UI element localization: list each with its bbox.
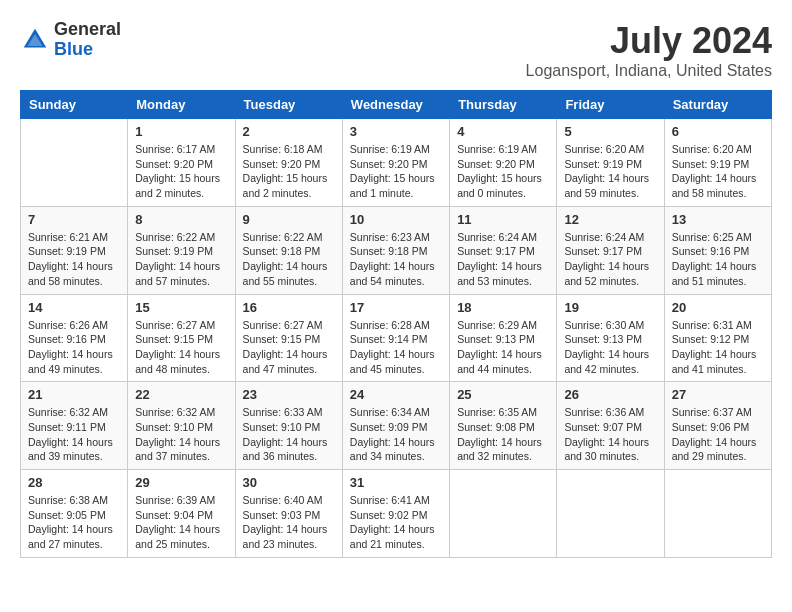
calendar-cell: 2Sunrise: 6:18 AMSunset: 9:20 PMDaylight…	[235, 119, 342, 207]
calendar-day-header: Tuesday	[235, 91, 342, 119]
day-info: Sunrise: 6:19 AMSunset: 9:20 PMDaylight:…	[457, 142, 549, 201]
day-info: Sunrise: 6:36 AMSunset: 9:07 PMDaylight:…	[564, 405, 656, 464]
day-info: Sunrise: 6:20 AMSunset: 9:19 PMDaylight:…	[672, 142, 764, 201]
calendar-cell: 24Sunrise: 6:34 AMSunset: 9:09 PMDayligh…	[342, 382, 449, 470]
calendar-day-header: Friday	[557, 91, 664, 119]
day-number: 7	[28, 212, 120, 227]
calendar-cell: 16Sunrise: 6:27 AMSunset: 9:15 PMDayligh…	[235, 294, 342, 382]
day-info: Sunrise: 6:40 AMSunset: 9:03 PMDaylight:…	[243, 493, 335, 552]
day-number: 1	[135, 124, 227, 139]
day-info: Sunrise: 6:29 AMSunset: 9:13 PMDaylight:…	[457, 318, 549, 377]
title-block: July 2024 Logansport, Indiana, United St…	[526, 20, 772, 80]
calendar-cell: 21Sunrise: 6:32 AMSunset: 9:11 PMDayligh…	[21, 382, 128, 470]
calendar-cell: 23Sunrise: 6:33 AMSunset: 9:10 PMDayligh…	[235, 382, 342, 470]
calendar-cell: 17Sunrise: 6:28 AMSunset: 9:14 PMDayligh…	[342, 294, 449, 382]
calendar-cell	[664, 470, 771, 558]
calendar-cell: 15Sunrise: 6:27 AMSunset: 9:15 PMDayligh…	[128, 294, 235, 382]
calendar-day-header: Sunday	[21, 91, 128, 119]
day-number: 5	[564, 124, 656, 139]
calendar-cell: 5Sunrise: 6:20 AMSunset: 9:19 PMDaylight…	[557, 119, 664, 207]
day-info: Sunrise: 6:37 AMSunset: 9:06 PMDaylight:…	[672, 405, 764, 464]
day-number: 4	[457, 124, 549, 139]
calendar-cell: 30Sunrise: 6:40 AMSunset: 9:03 PMDayligh…	[235, 470, 342, 558]
calendar-week-row: 1Sunrise: 6:17 AMSunset: 9:20 PMDaylight…	[21, 119, 772, 207]
calendar-cell: 14Sunrise: 6:26 AMSunset: 9:16 PMDayligh…	[21, 294, 128, 382]
day-info: Sunrise: 6:24 AMSunset: 9:17 PMDaylight:…	[564, 230, 656, 289]
day-info: Sunrise: 6:41 AMSunset: 9:02 PMDaylight:…	[350, 493, 442, 552]
day-number: 23	[243, 387, 335, 402]
day-number: 24	[350, 387, 442, 402]
logo-icon	[20, 25, 50, 55]
calendar-cell: 9Sunrise: 6:22 AMSunset: 9:18 PMDaylight…	[235, 206, 342, 294]
day-info: Sunrise: 6:34 AMSunset: 9:09 PMDaylight:…	[350, 405, 442, 464]
day-info: Sunrise: 6:23 AMSunset: 9:18 PMDaylight:…	[350, 230, 442, 289]
calendar-cell: 3Sunrise: 6:19 AMSunset: 9:20 PMDaylight…	[342, 119, 449, 207]
calendar-cell: 12Sunrise: 6:24 AMSunset: 9:17 PMDayligh…	[557, 206, 664, 294]
day-info: Sunrise: 6:17 AMSunset: 9:20 PMDaylight:…	[135, 142, 227, 201]
day-number: 11	[457, 212, 549, 227]
calendar-cell	[21, 119, 128, 207]
calendar-cell: 20Sunrise: 6:31 AMSunset: 9:12 PMDayligh…	[664, 294, 771, 382]
day-number: 2	[243, 124, 335, 139]
day-info: Sunrise: 6:18 AMSunset: 9:20 PMDaylight:…	[243, 142, 335, 201]
calendar-week-row: 14Sunrise: 6:26 AMSunset: 9:16 PMDayligh…	[21, 294, 772, 382]
day-number: 18	[457, 300, 549, 315]
calendar-day-header: Saturday	[664, 91, 771, 119]
calendar-cell: 1Sunrise: 6:17 AMSunset: 9:20 PMDaylight…	[128, 119, 235, 207]
logo: General Blue	[20, 20, 121, 60]
day-number: 3	[350, 124, 442, 139]
calendar-cell: 6Sunrise: 6:20 AMSunset: 9:19 PMDaylight…	[664, 119, 771, 207]
day-info: Sunrise: 6:22 AMSunset: 9:18 PMDaylight:…	[243, 230, 335, 289]
calendar-cell: 22Sunrise: 6:32 AMSunset: 9:10 PMDayligh…	[128, 382, 235, 470]
day-number: 17	[350, 300, 442, 315]
day-info: Sunrise: 6:21 AMSunset: 9:19 PMDaylight:…	[28, 230, 120, 289]
calendar-cell: 26Sunrise: 6:36 AMSunset: 9:07 PMDayligh…	[557, 382, 664, 470]
day-info: Sunrise: 6:27 AMSunset: 9:15 PMDaylight:…	[243, 318, 335, 377]
calendar-week-row: 21Sunrise: 6:32 AMSunset: 9:11 PMDayligh…	[21, 382, 772, 470]
calendar-cell: 11Sunrise: 6:24 AMSunset: 9:17 PMDayligh…	[450, 206, 557, 294]
calendar-table: SundayMondayTuesdayWednesdayThursdayFrid…	[20, 90, 772, 558]
day-number: 21	[28, 387, 120, 402]
day-info: Sunrise: 6:26 AMSunset: 9:16 PMDaylight:…	[28, 318, 120, 377]
day-number: 27	[672, 387, 764, 402]
day-info: Sunrise: 6:33 AMSunset: 9:10 PMDaylight:…	[243, 405, 335, 464]
day-number: 9	[243, 212, 335, 227]
day-info: Sunrise: 6:22 AMSunset: 9:19 PMDaylight:…	[135, 230, 227, 289]
day-number: 15	[135, 300, 227, 315]
day-number: 12	[564, 212, 656, 227]
page-header: General Blue July 2024 Logansport, India…	[20, 20, 772, 80]
calendar-cell: 18Sunrise: 6:29 AMSunset: 9:13 PMDayligh…	[450, 294, 557, 382]
calendar-week-row: 7Sunrise: 6:21 AMSunset: 9:19 PMDaylight…	[21, 206, 772, 294]
calendar-cell: 4Sunrise: 6:19 AMSunset: 9:20 PMDaylight…	[450, 119, 557, 207]
day-info: Sunrise: 6:32 AMSunset: 9:11 PMDaylight:…	[28, 405, 120, 464]
calendar-cell: 13Sunrise: 6:25 AMSunset: 9:16 PMDayligh…	[664, 206, 771, 294]
day-number: 6	[672, 124, 764, 139]
day-info: Sunrise: 6:28 AMSunset: 9:14 PMDaylight:…	[350, 318, 442, 377]
calendar-cell	[557, 470, 664, 558]
day-info: Sunrise: 6:20 AMSunset: 9:19 PMDaylight:…	[564, 142, 656, 201]
day-number: 20	[672, 300, 764, 315]
calendar-header-row: SundayMondayTuesdayWednesdayThursdayFrid…	[21, 91, 772, 119]
day-number: 16	[243, 300, 335, 315]
day-number: 22	[135, 387, 227, 402]
calendar-cell: 29Sunrise: 6:39 AMSunset: 9:04 PMDayligh…	[128, 470, 235, 558]
day-info: Sunrise: 6:39 AMSunset: 9:04 PMDaylight:…	[135, 493, 227, 552]
day-number: 28	[28, 475, 120, 490]
day-number: 8	[135, 212, 227, 227]
day-info: Sunrise: 6:19 AMSunset: 9:20 PMDaylight:…	[350, 142, 442, 201]
day-number: 13	[672, 212, 764, 227]
calendar-day-header: Wednesday	[342, 91, 449, 119]
calendar-cell: 25Sunrise: 6:35 AMSunset: 9:08 PMDayligh…	[450, 382, 557, 470]
day-number: 19	[564, 300, 656, 315]
calendar-day-header: Thursday	[450, 91, 557, 119]
day-number: 25	[457, 387, 549, 402]
calendar-day-header: Monday	[128, 91, 235, 119]
day-info: Sunrise: 6:35 AMSunset: 9:08 PMDaylight:…	[457, 405, 549, 464]
day-number: 10	[350, 212, 442, 227]
day-number: 30	[243, 475, 335, 490]
logo-text: General Blue	[54, 20, 121, 60]
day-number: 14	[28, 300, 120, 315]
calendar-cell: 28Sunrise: 6:38 AMSunset: 9:05 PMDayligh…	[21, 470, 128, 558]
calendar-cell: 27Sunrise: 6:37 AMSunset: 9:06 PMDayligh…	[664, 382, 771, 470]
calendar-cell	[450, 470, 557, 558]
